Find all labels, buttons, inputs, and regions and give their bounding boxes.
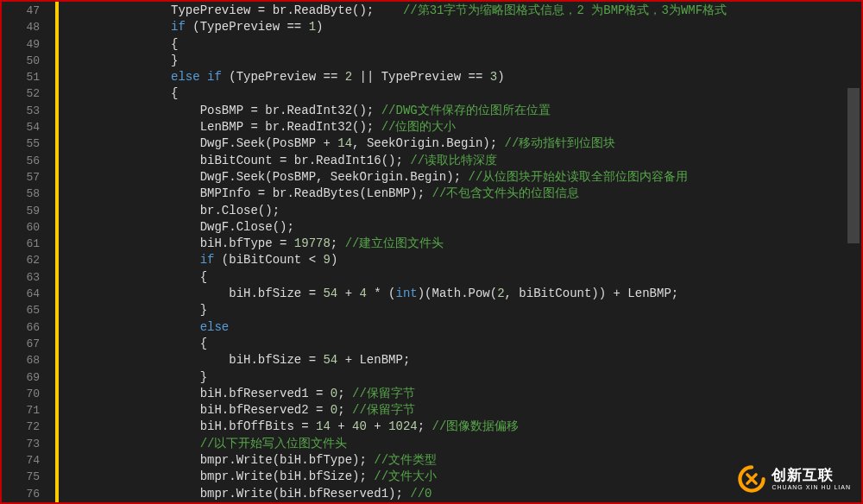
code-line[interactable]: if (biBitCount < 9) (62, 252, 861, 268)
line-number: 58 (2, 186, 40, 202)
code-line[interactable]: BMPInfo = br.ReadBytes(LenBMP); //不包含文件头… (62, 186, 861, 202)
line-number: 62 (2, 252, 40, 268)
line-number: 70 (2, 386, 40, 402)
code-line[interactable]: LenBMP = br.ReadInt32(); //位图的大小 (62, 119, 861, 135)
line-number: 61 (2, 236, 40, 252)
code-line[interactable]: DwgF.Seek(PosBMP, SeekOrigin.Begin); //从… (62, 169, 861, 186)
code-line[interactable]: br.Close(); (62, 203, 861, 219)
line-number: 67 (2, 336, 40, 352)
line-number: 50 (2, 53, 40, 69)
line-number: 52 (2, 85, 40, 102)
line-number: 48 (2, 19, 40, 35)
editor-frame: 4748495051525354555657585960616263646566… (0, 0, 863, 504)
code-line[interactable]: biH.bfReserved2 = 0; //保留字节 (62, 402, 861, 419)
code-line[interactable]: } (62, 302, 861, 318)
vertical-scrollbar[interactable] (847, 3, 860, 501)
line-number: 76 (2, 486, 40, 502)
line-number: 56 (2, 153, 40, 169)
code-line[interactable]: PosBMP = br.ReadInt32(); //DWG文件保存的位图所在位… (62, 103, 861, 119)
code-line[interactable]: { (62, 85, 861, 102)
code-line[interactable]: biH.bfType = 19778; //建立位图文件头 (62, 236, 861, 252)
code-line[interactable]: } (62, 53, 861, 69)
line-number: 54 (2, 119, 40, 135)
logo-pinyin: CHUANG XIN HU LIAN (772, 484, 851, 490)
code-line[interactable]: biH.bfReserved1 = 0; //保留字节 (62, 386, 861, 402)
line-number: 63 (2, 269, 40, 286)
code-line[interactable]: TypePreview = br.ReadByte(); //第31字节为缩略图… (62, 3, 861, 19)
code-line[interactable]: } (62, 369, 861, 386)
code-line[interactable]: if (TypePreview == 1) (62, 19, 861, 35)
line-number: 65 (2, 302, 40, 318)
code-line[interactable]: { (62, 336, 861, 352)
code-line[interactable]: { (62, 269, 861, 286)
line-number: 60 (2, 219, 40, 236)
line-number: 69 (2, 369, 40, 386)
line-number: 72 (2, 419, 40, 435)
line-number: 64 (2, 286, 40, 302)
line-number: 55 (2, 135, 40, 152)
line-number: 53 (2, 103, 40, 119)
logo-mark-icon (737, 464, 766, 494)
logo-cn: 创新互联 (772, 468, 851, 482)
line-number: 73 (2, 436, 40, 452)
line-number-gutter: 4748495051525354555657585960616263646566… (2, 2, 55, 502)
watermark-logo: 创新互联 CHUANG XIN HU LIAN (737, 464, 851, 494)
code-line[interactable]: DwgF.Close(); (62, 219, 861, 236)
code-area[interactable]: TypePreview = br.ReadByte(); //第31字节为缩略图… (59, 2, 861, 502)
line-number: 57 (2, 169, 40, 186)
code-line[interactable]: DwgF.Seek(PosBMP + 14, SeekOrigin.Begin)… (62, 135, 861, 152)
logo-text: 创新互联 CHUANG XIN HU LIAN (772, 468, 851, 490)
line-number: 74 (2, 452, 40, 469)
line-number: 66 (2, 319, 40, 336)
line-number: 49 (2, 36, 40, 53)
code-line[interactable]: //以下开始写入位图文件头 (62, 436, 861, 452)
line-number: 51 (2, 69, 40, 85)
scroll-thumb[interactable] (847, 88, 860, 243)
line-number: 71 (2, 402, 40, 419)
line-number: 75 (2, 469, 40, 485)
code-line[interactable]: { (62, 36, 861, 53)
code-line[interactable]: else if (TypePreview == 2 || TypePreview… (62, 69, 861, 85)
code-line[interactable]: biBitCount = br.ReadInt16(); //读取比特深度 (62, 153, 861, 169)
code-line[interactable]: else (62, 319, 861, 336)
line-number: 59 (2, 203, 40, 219)
code-line[interactable]: biH.bfSize = 54 + 4 * (int)(Math.Pow(2, … (62, 286, 861, 302)
line-number: 68 (2, 352, 40, 369)
code-line[interactable]: biH.bfSize = 54 + LenBMP; (62, 352, 861, 369)
code-line[interactable]: biH.bfOffBits = 14 + 40 + 1024; //图像数据偏移 (62, 419, 861, 435)
line-number: 47 (2, 3, 40, 19)
